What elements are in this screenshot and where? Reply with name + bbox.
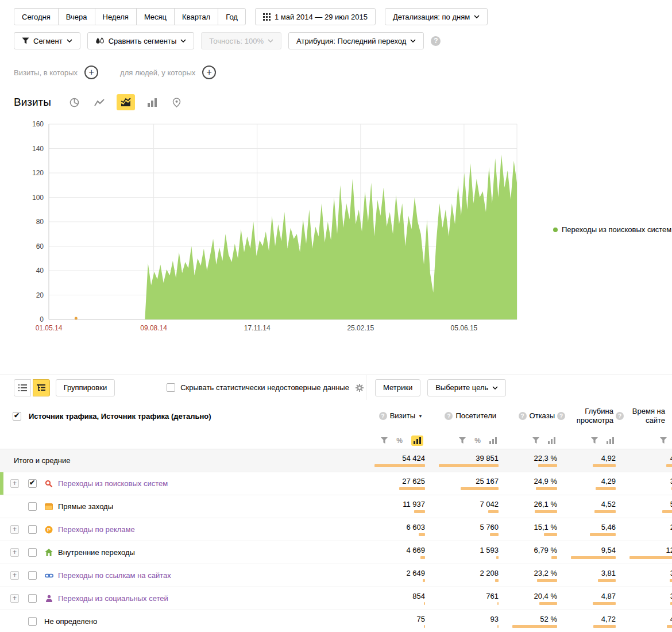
bars-icon[interactable] xyxy=(489,437,497,444)
compare-segments-dropdown[interactable]: Сравнить сегменты xyxy=(87,32,195,49)
range-preset-button[interactable]: Год xyxy=(218,8,246,25)
row-checkbox[interactable] xyxy=(28,617,37,626)
column-header-depth[interactable]: ?Глубина просмотра xyxy=(557,400,616,432)
metric-value: 3,81 xyxy=(601,569,616,577)
metrics-button[interactable]: Метрики xyxy=(375,379,420,396)
chevron-down-icon xyxy=(268,39,273,43)
help-icon[interactable]: ? xyxy=(379,412,387,420)
metric-cell-visits: 11 937 xyxy=(361,495,425,518)
choose-goal-dropdown[interactable]: Выберите цель xyxy=(427,379,506,396)
svg-text:09.08.14: 09.08.14 xyxy=(140,324,167,332)
range-preset-button[interactable]: Сегодня xyxy=(14,8,59,25)
help-icon[interactable]: ? xyxy=(445,412,453,420)
chart-legend[interactable]: Переходы из поисковых систем xyxy=(553,225,671,234)
hide-unreliable-label: Скрывать статистически недостоверные дан… xyxy=(180,383,349,392)
bars-icon[interactable] xyxy=(411,436,423,446)
metric-cell-visits: 854 xyxy=(361,587,425,610)
help-icon[interactable]: ? xyxy=(431,36,441,46)
percent-icon[interactable]: % xyxy=(474,437,481,445)
metric-bar xyxy=(490,533,499,536)
series-color-stripe xyxy=(0,472,3,495)
range-preset-button[interactable]: Месяц xyxy=(136,8,175,25)
metric-cell-visits: 4 669 xyxy=(361,541,425,564)
add-visit-condition-button[interactable]: + xyxy=(84,65,98,79)
filter-icon[interactable] xyxy=(591,437,598,444)
expand-button[interactable]: + xyxy=(10,525,19,534)
metric-bar xyxy=(667,625,672,628)
column-header-visitors[interactable]: ?Посетители xyxy=(425,400,499,432)
detail-label: Детализация: по дням xyxy=(393,13,470,21)
filter-icon[interactable] xyxy=(381,437,388,444)
segment-dropdown[interactable]: Сегмент xyxy=(14,32,80,49)
date-range-picker-button[interactable]: 1 май 2014 — 29 июл 2015 xyxy=(255,8,376,25)
help-icon[interactable]: ? xyxy=(616,412,624,420)
help-icon[interactable]: ? xyxy=(519,412,527,420)
metric-cell-visitors: 5 760 xyxy=(425,518,499,541)
row-checkbox[interactable] xyxy=(28,502,37,511)
expand-button[interactable]: + xyxy=(10,548,19,557)
plus-icon: + xyxy=(207,68,212,77)
line-chart-button[interactable] xyxy=(92,95,107,110)
bars-icon[interactable] xyxy=(607,437,614,444)
groupings-button[interactable]: Группировки xyxy=(56,379,115,396)
metric-value: 2 649 xyxy=(406,569,425,577)
expand-button[interactable]: + xyxy=(10,479,19,488)
area-chart-button[interactable] xyxy=(117,94,135,110)
metric-cell-bounce: 6,79 % xyxy=(499,541,557,564)
range-preset-button[interactable]: Неделя xyxy=(95,8,137,25)
expand-button[interactable]: + xyxy=(10,594,19,603)
row-checkbox[interactable] xyxy=(28,479,37,488)
metric-value: 854 xyxy=(412,592,425,600)
metric-bar xyxy=(536,487,557,490)
social-icon xyxy=(44,595,53,602)
row-checkbox[interactable] xyxy=(28,548,37,557)
column-header-bounce[interactable]: ?Отказы xyxy=(499,400,557,432)
select-all-checkbox[interactable] xyxy=(13,412,21,421)
view-toggles xyxy=(14,379,50,396)
expand-button[interactable]: + xyxy=(10,571,19,580)
segment-toolbar: Сегмент Сравнить сегменты Точность: 100%… xyxy=(14,32,672,49)
source-link[interactable]: Переходы по рекламе xyxy=(58,525,135,534)
pie-chart-button[interactable] xyxy=(67,95,82,110)
metric-bar xyxy=(670,579,672,582)
tree-view-button[interactable] xyxy=(33,379,50,396)
metrics-toolbar: Метрики Выберите цель xyxy=(366,375,506,400)
help-icon[interactable]: ? xyxy=(557,412,565,420)
table-header-row: Источник трафика, Источник трафика (дета… xyxy=(0,400,672,432)
range-preset-button[interactable]: Вчера xyxy=(58,8,95,25)
column-header-visits[interactable]: ?Визиты▼ xyxy=(361,400,425,432)
y-axis-labels: 020406080100120140160 xyxy=(32,120,44,323)
gear-icon[interactable] xyxy=(356,384,364,392)
range-preset-button[interactable]: Квартал xyxy=(174,8,218,25)
metric-value: 5,46 xyxy=(601,523,616,531)
add-people-condition-button[interactable]: + xyxy=(202,65,216,79)
row-checkbox[interactable] xyxy=(28,594,37,603)
detail-dropdown[interactable]: Детализация: по дням xyxy=(385,8,488,25)
row-checkbox[interactable] xyxy=(28,571,37,580)
filter-icon[interactable] xyxy=(459,437,466,444)
source-link[interactable]: Переходы из поисковых систем xyxy=(58,479,168,488)
svg-text:17.11.14: 17.11.14 xyxy=(244,324,271,332)
column-label: Посетители xyxy=(455,411,496,421)
metric-value: 27 625 xyxy=(402,477,425,485)
attribution-dropdown[interactable]: Атрибуция: Последний переход xyxy=(288,32,424,49)
source-link[interactable]: Переходы из социальных сетей xyxy=(58,594,168,603)
filter-icon[interactable] xyxy=(660,437,667,444)
map-button[interactable] xyxy=(169,95,184,110)
metric-bar xyxy=(537,579,557,582)
bars-icon[interactable] xyxy=(548,437,555,444)
list-view-button[interactable] xyxy=(14,379,31,396)
source-link[interactable]: Переходы по ссылкам на сайтах xyxy=(58,571,171,580)
svg-text:100: 100 xyxy=(32,194,44,202)
row-checkbox[interactable] xyxy=(28,525,37,534)
metric-cell-bounce: 22,3 % xyxy=(499,449,557,472)
filter-icon[interactable] xyxy=(532,437,539,444)
hide-unreliable-checkbox[interactable] xyxy=(167,383,175,392)
metric-bar xyxy=(593,602,616,605)
column-header-time[interactable]: ?Время на сайте xyxy=(616,400,672,432)
percent-icon[interactable]: % xyxy=(396,437,403,445)
metric-bar xyxy=(551,556,557,559)
source-cell: +РПереходы по рекламе xyxy=(0,518,361,541)
bar-chart-button[interactable] xyxy=(145,95,160,110)
area-series[interactable] xyxy=(49,155,517,319)
